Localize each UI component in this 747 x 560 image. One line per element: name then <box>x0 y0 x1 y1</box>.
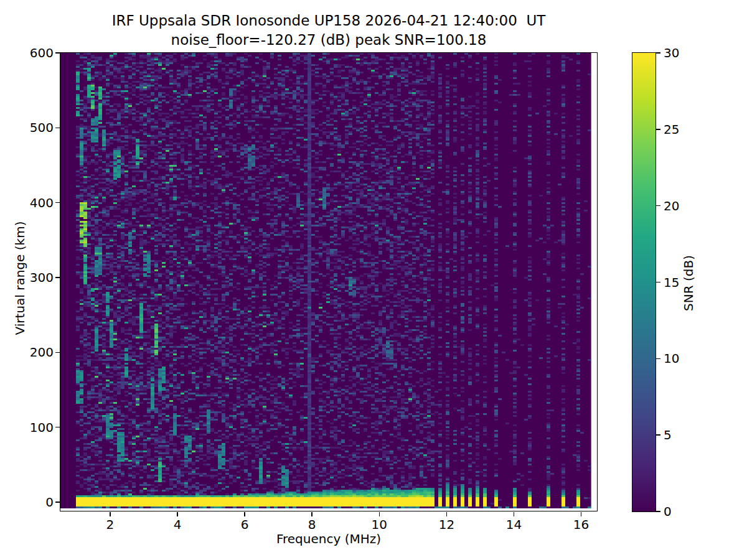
colorbar-tick-mark <box>656 282 660 283</box>
x-tick-label: 16 <box>573 517 589 532</box>
x-tick-mark <box>244 512 245 516</box>
x-tick-mark <box>110 512 111 516</box>
colorbar <box>632 52 656 512</box>
plot-area <box>60 52 598 511</box>
colorbar-label: SNR (dB) <box>681 255 696 311</box>
x-tick-mark <box>514 512 515 516</box>
y-tick-mark <box>55 502 60 503</box>
x-tick-mark <box>311 512 312 516</box>
y-tick-mark <box>55 427 60 428</box>
colorbar-tick-label: 30 <box>664 45 679 60</box>
colorbar-tick-label: 25 <box>664 121 679 136</box>
y-tick-label: 100 <box>16 419 54 434</box>
colorbar-tick-mark <box>656 129 660 130</box>
colorbar-tick-label: 0 <box>664 504 672 519</box>
y-tick-mark <box>55 352 60 353</box>
colorbar-tick-mark <box>656 52 660 54</box>
y-tick-label: 400 <box>16 195 54 210</box>
colorbar-tick-mark <box>656 205 660 207</box>
y-tick-mark <box>55 128 60 129</box>
x-tick-mark <box>379 512 380 516</box>
x-tick-mark <box>177 512 178 516</box>
y-tick-mark <box>55 202 60 203</box>
x-tick-label: 6 <box>241 517 249 532</box>
x-tick-label: 8 <box>308 517 316 532</box>
heatmap-canvas <box>60 53 597 511</box>
x-tick-label: 12 <box>439 517 454 532</box>
chart-subtitle: noise_floor=-120.27 (dB) peak SNR=100.18 <box>0 32 657 48</box>
x-tick-mark <box>446 512 448 516</box>
x-tick-label: 10 <box>372 517 387 532</box>
colorbar-tick-label: 10 <box>664 351 679 366</box>
y-tick-label: 600 <box>16 45 54 60</box>
colorbar-tick-mark <box>656 358 660 360</box>
x-tick-label: 4 <box>174 517 182 532</box>
x-tick-label: 14 <box>506 517 522 532</box>
colorbar-gradient <box>632 53 655 511</box>
y-tick-label: 0 <box>16 495 54 510</box>
x-tick-label: 2 <box>106 517 115 532</box>
y-tick-label: 500 <box>16 120 54 135</box>
colorbar-tick-mark <box>656 511 660 512</box>
colorbar-tick-label: 20 <box>664 198 679 213</box>
x-axis-label: Frequency (MHz) <box>0 531 657 546</box>
y-tick-mark <box>55 277 60 278</box>
y-axis-label: Virtual range (km) <box>12 222 27 335</box>
y-tick-label: 200 <box>16 345 54 360</box>
colorbar-tick-mark <box>656 434 660 436</box>
y-tick-mark <box>55 52 60 54</box>
x-tick-mark <box>581 512 582 516</box>
ionogram-figure: IRF Uppsala SDR Ionosonde UP158 2026-04-… <box>0 0 747 560</box>
colorbar-tick-label: 5 <box>664 427 672 442</box>
chart-title: IRF Uppsala SDR Ionosonde UP158 2026-04-… <box>0 12 657 29</box>
colorbar-tick-label: 15 <box>664 274 679 289</box>
